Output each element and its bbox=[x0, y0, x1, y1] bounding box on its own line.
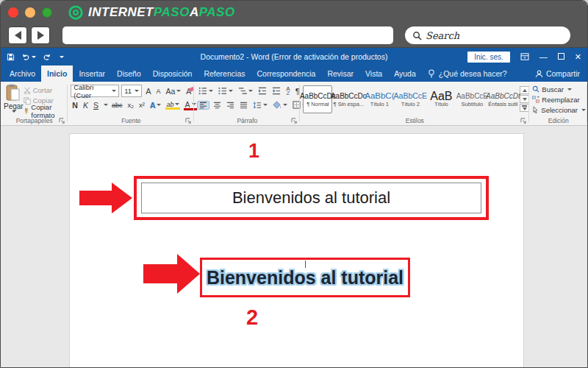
tab-correspondencia[interactable]: Correspondencia bbox=[251, 66, 321, 82]
line-spacing-button[interactable] bbox=[251, 102, 269, 109]
styles-scroll-up-button[interactable] bbox=[520, 86, 529, 94]
parrafo-dialog-launcher[interactable] bbox=[291, 118, 298, 124]
group-parrafo: A Z ¶ bbox=[194, 82, 300, 125]
format-painter-button[interactable]: Copiar formato bbox=[24, 106, 67, 116]
clear-formatting-button[interactable]: A bbox=[184, 87, 193, 96]
style-gallery-scrollbar bbox=[520, 84, 529, 116]
style-subtitulo[interactable]: AaBbCcE Subtítulo bbox=[457, 85, 487, 113]
change-case-button[interactable]: Aa bbox=[165, 87, 183, 96]
search-box[interactable]: Search bbox=[405, 26, 570, 44]
grow-font-button[interactable]: A bbox=[144, 87, 152, 96]
line-spacing-caret-icon bbox=[263, 104, 268, 106]
ribbon: Pegar Cortar bbox=[1, 82, 587, 126]
font-size-select[interactable]: 11 bbox=[121, 85, 142, 97]
replace-icon bbox=[532, 96, 539, 103]
styles-scroll-down-button[interactable] bbox=[520, 95, 529, 103]
lightbulb-icon bbox=[428, 69, 435, 78]
subscript-button[interactable]: x₂ bbox=[126, 101, 135, 109]
tell-me-box[interactable]: ¿Qué desea hacer? bbox=[422, 66, 513, 82]
bold-button[interactable]: N bbox=[71, 101, 79, 110]
bullets-button[interactable] bbox=[197, 87, 215, 95]
style-gallery: AaBbCcDc ¶ Normal AaBbCcDc ¶ Sin espa...… bbox=[303, 84, 517, 116]
strikethrough-button[interactable]: abc bbox=[110, 102, 124, 109]
numbering-button[interactable] bbox=[217, 87, 234, 95]
font-family-select[interactable]: Calibri (Cuer bbox=[71, 85, 119, 97]
align-right-button[interactable] bbox=[225, 102, 236, 109]
traffic-light-zoom[interactable] bbox=[42, 7, 52, 18]
estilos-dialog-launcher[interactable] bbox=[520, 118, 527, 124]
paste-button[interactable]: Pegar bbox=[4, 84, 24, 116]
replace-button[interactable]: Reemplazar bbox=[532, 94, 586, 105]
underline-caret-icon bbox=[104, 104, 108, 106]
style-titulo-1[interactable]: AaBbC( Título 1 bbox=[365, 85, 394, 113]
align-left-button[interactable] bbox=[197, 101, 209, 110]
undo-button[interactable] bbox=[21, 53, 36, 61]
document-page[interactable]: 1 Bienvenidos al tutorial Bienvenidos al… bbox=[69, 133, 524, 367]
style-enfasis-sutil[interactable]: AaBbCcDt Énfasis sutil bbox=[488, 85, 517, 113]
sign-in-button[interactable]: Inic. ses. bbox=[467, 52, 509, 63]
multilevel-list-icon bbox=[238, 87, 247, 95]
restore-button[interactable] bbox=[558, 53, 564, 61]
find-button[interactable]: Buscar bbox=[532, 84, 586, 94]
redo-button[interactable] bbox=[43, 53, 51, 61]
group-label-estilos: Estilos bbox=[300, 117, 529, 124]
group-label-portapapeles: Portapapeles bbox=[1, 117, 68, 124]
portapapeles-dialog-launcher[interactable] bbox=[59, 118, 65, 124]
save-button[interactable] bbox=[7, 53, 15, 61]
text-effects-button[interactable]: A bbox=[148, 101, 163, 110]
align-center-button[interactable] bbox=[212, 102, 223, 109]
share-label: Compartir bbox=[546, 69, 580, 78]
traffic-light-close[interactable] bbox=[8, 7, 18, 18]
underline-button[interactable]: S bbox=[92, 101, 100, 110]
screenshot-frame: INTERNETPASOAPASO Search bbox=[0, 0, 588, 368]
close-button[interactable]: ✕ bbox=[575, 53, 581, 61]
tab-archivo[interactable]: Archivo bbox=[4, 66, 41, 82]
tab-disposicion[interactable]: Disposición bbox=[147, 66, 198, 82]
style-titulo-2[interactable]: AaBbCcE Título 2 bbox=[395, 85, 425, 113]
style-titulo[interactable]: AaB Título bbox=[426, 85, 456, 113]
shrink-font-button[interactable]: A bbox=[154, 88, 162, 95]
document-text-plain[interactable]: Bienvenidos al tutorial bbox=[232, 188, 390, 208]
sort-button[interactable]: A Z bbox=[284, 87, 291, 96]
traffic-light-minimize[interactable] bbox=[25, 7, 35, 18]
fuente-dialog-launcher[interactable] bbox=[185, 118, 192, 124]
tell-me-label: ¿Qué desea hacer? bbox=[439, 69, 507, 78]
tab-revisar[interactable]: Revisar bbox=[321, 66, 359, 82]
italic-button[interactable]: K bbox=[82, 101, 90, 110]
replace-label: Reemplazar bbox=[542, 96, 579, 104]
tab-inicio[interactable]: Inicio bbox=[41, 66, 73, 82]
back-button[interactable] bbox=[8, 26, 27, 44]
tab-ayuda[interactable]: Ayuda bbox=[388, 66, 422, 82]
multilevel-list-button[interactable] bbox=[237, 87, 254, 95]
tab-referencias[interactable]: Referencias bbox=[198, 66, 251, 82]
styles-more-button[interactable] bbox=[520, 104, 529, 112]
style-sin-espaciado[interactable]: AaBbCcDc ¶ Sin espa... bbox=[334, 85, 363, 113]
arrow-head bbox=[112, 183, 132, 213]
tab-vista[interactable]: Vista bbox=[359, 66, 388, 82]
numbering-caret-icon bbox=[229, 90, 233, 92]
share-button[interactable]: Compartir bbox=[528, 66, 587, 82]
annotation-arrow-2 bbox=[143, 254, 200, 294]
select-button[interactable]: Seleccionar bbox=[532, 105, 586, 115]
customize-qat-icon bbox=[60, 56, 64, 58]
increase-indent-button[interactable] bbox=[270, 87, 282, 95]
text-frame[interactable]: Bienvenidos al tutorial bbox=[141, 183, 481, 213]
increase-indent-icon bbox=[272, 87, 281, 95]
customize-qat-button[interactable] bbox=[58, 56, 64, 58]
highlight-button[interactable]: ab bbox=[165, 101, 181, 110]
shading-button[interactable] bbox=[271, 101, 289, 109]
decrease-indent-button[interactable] bbox=[257, 87, 268, 95]
superscript-button[interactable]: x² bbox=[137, 101, 146, 109]
cut-button[interactable]: Cortar bbox=[24, 85, 67, 95]
document-text-wordart[interactable]: Bienvenidos al tutorial bbox=[207, 267, 404, 289]
ribbon-display-options-button[interactable] bbox=[520, 53, 529, 60]
minimize-button[interactable]: — bbox=[539, 53, 548, 61]
address-bar[interactable] bbox=[62, 26, 393, 44]
forward-button[interactable] bbox=[31, 26, 50, 44]
tab-insertar[interactable]: Insertar bbox=[73, 66, 111, 82]
select-caret-icon bbox=[581, 109, 586, 111]
style-normal[interactable]: AaBbCcDc ¶ Normal bbox=[303, 85, 332, 113]
browser-navbar: Search bbox=[1, 24, 587, 48]
tab-diseno[interactable]: Diseño bbox=[111, 66, 147, 82]
justify-button[interactable] bbox=[238, 102, 249, 109]
